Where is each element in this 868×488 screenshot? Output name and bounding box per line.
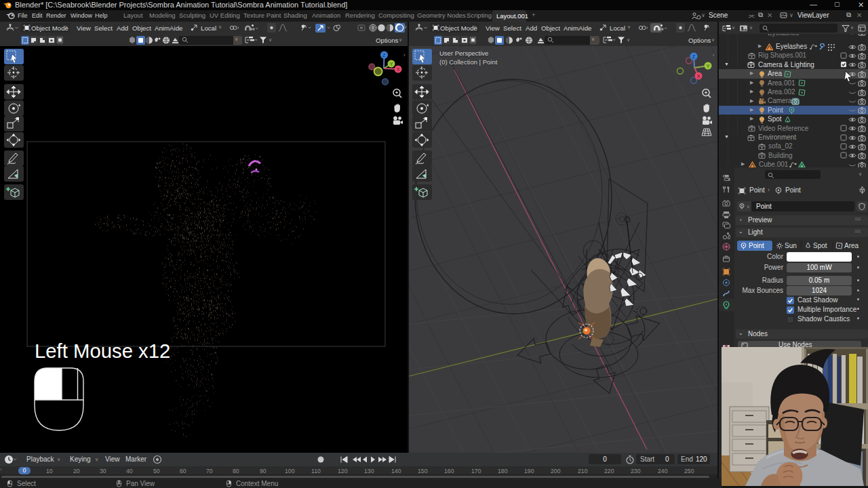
svg-text:Z: Z — [692, 54, 696, 59]
svg-text:X: X — [697, 74, 701, 79]
svg-text:Y: Y — [707, 64, 710, 68]
svg-text:Y: Y — [390, 62, 393, 66]
svg-text:Z: Z — [382, 53, 386, 58]
svg-text:X: X — [397, 67, 400, 72]
